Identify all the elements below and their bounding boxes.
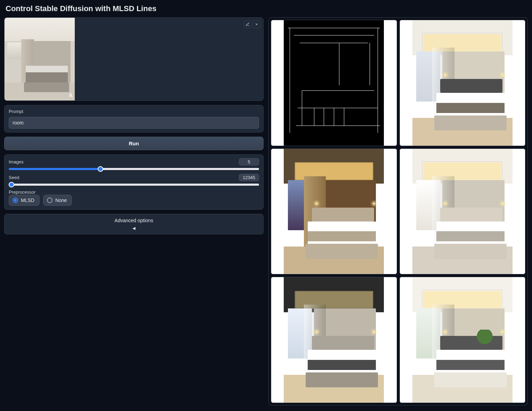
clear-image-button[interactable] [253, 21, 260, 28]
page-title: Control Stable Diffusion with MLSD Lines [6, 4, 528, 13]
prompt-label: Prompt [9, 109, 259, 114]
edit-image-button[interactable] [244, 21, 251, 28]
seed-slider-label: Seed [9, 175, 19, 180]
run-button[interactable]: Run [4, 137, 264, 150]
preprocessor-radio-mlsd[interactable]: MLSD [9, 195, 40, 206]
controls-panel: Images 5 Seed 12345 Preprocessor MLSDNon… [4, 154, 264, 210]
advanced-options-label: Advanced options [114, 218, 153, 223]
advanced-options-accordion[interactable]: Advanced options ◀ [4, 214, 264, 234]
close-icon [255, 22, 259, 26]
gallery-image-2[interactable] [271, 148, 397, 275]
radio-dot-icon [47, 198, 53, 203]
seed-slider-value[interactable]: 12345 [239, 174, 259, 181]
radio-dot-icon [13, 198, 18, 203]
gallery-image-4[interactable] [271, 277, 397, 403]
prompt-input[interactable] [9, 117, 259, 129]
input-image-preview: A [5, 18, 75, 100]
gallery-image-1[interactable] [400, 20, 526, 146]
chevron-left-icon: ◀ [132, 226, 135, 231]
input-image-panel[interactable]: Image A [4, 17, 264, 101]
gallery-image-3[interactable] [400, 148, 526, 275]
radio-label: MLSD [21, 198, 34, 203]
images-slider[interactable] [9, 168, 259, 170]
output-gallery [268, 17, 528, 405]
preprocessor-label: Preprocessor [9, 190, 259, 195]
images-slider-value[interactable]: 5 [239, 158, 259, 166]
images-slider-label: Images [9, 159, 24, 164]
gallery-image-mlsd[interactable] [271, 20, 397, 146]
prompt-panel: Prompt [4, 105, 264, 132]
radio-label: None [55, 198, 67, 203]
gallery-image-5[interactable] [400, 277, 526, 403]
seed-slider[interactable] [9, 184, 259, 186]
preprocessor-radio-none[interactable]: None [43, 195, 72, 206]
pencil-icon [245, 22, 250, 26]
